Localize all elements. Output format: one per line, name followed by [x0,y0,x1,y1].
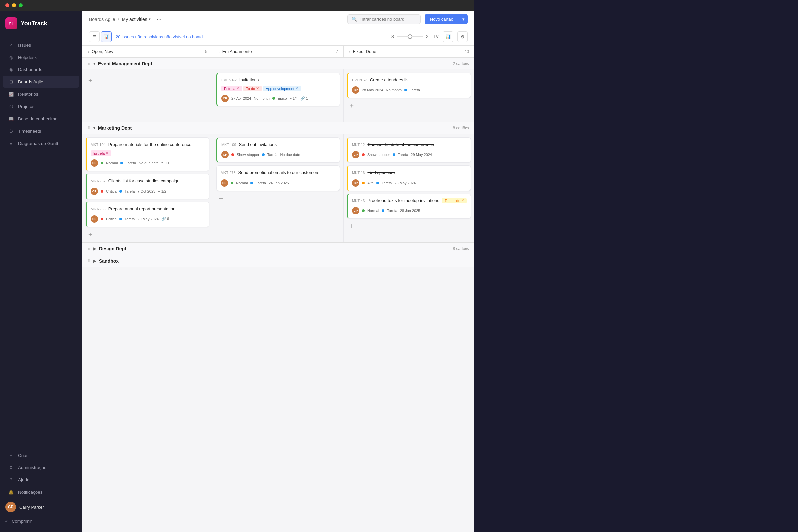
column-collapse-icon[interactable]: ‹ [349,50,350,54]
swimlane-title: Design Dept [99,246,126,251]
type-label: Tarefa [398,153,408,157]
tag-app-dev[interactable]: App development ✕ [263,86,301,92]
swimlane-expand-icon[interactable]: ▶ [93,259,96,263]
minimize-dot[interactable] [12,3,16,7]
chart-button[interactable]: 📊 [442,31,453,42]
sidebar-item-relatorios[interactable]: 📈 Relatórios [3,88,79,100]
breadcrumb-parent[interactable]: Boards Agile [89,17,115,22]
card-mkt-273[interactable]: MKT-273 Send promotional emails to our c… [216,165,340,191]
dropdown-chevron-icon[interactable]: ▾ [149,17,151,21]
card-title: Choose the date of the conference [367,141,434,148]
card-meta: CP 28 May 2024 No month Tarefa [352,87,467,94]
new-card-dropdown-button[interactable]: ▾ [458,14,468,24]
column-collapse-icon[interactable]: ‹ [218,50,220,54]
new-card-button[interactable]: Novo cartão [424,14,458,24]
collapse-label: Comprimir [12,519,32,524]
avatar: CP [5,502,16,512]
sidebar-item-timesheets[interactable]: ⏱ Timesheets [3,125,79,137]
tag-estrela[interactable]: Estrela ✕ [91,150,111,156]
sidebar-item-projetos[interactable]: ⬡ Projetos [3,100,79,112]
swimlane-marketing: ⠿ ▾ Marketing Dept 8 cartões [82,122,474,243]
card-event-3[interactable]: EVENT-3 Create attendees list CP 28 May … [347,73,471,98]
avatar: CP [222,95,229,102]
add-card-button[interactable]: ＋ [347,222,357,231]
swimlane-title: Marketing Dept [98,125,132,131]
card-mkt-12[interactable]: MKT-12 Choose the date of the conference… [347,137,471,163]
card-title: Send promotional emails to our customers [239,170,320,175]
sidebar-item-base[interactable]: 📖 Base de conhecime... [3,113,79,125]
close-dot[interactable] [5,3,9,7]
issues-count-link[interactable]: 20 issues não resolvidas não visível no … [116,34,203,39]
sidebar-item-boards-agile[interactable]: ⊞ Boards Agile [3,76,79,88]
avatar: CP [91,159,98,167]
priority-label: Show-stopper [237,153,259,157]
card-date: No due date [280,153,300,157]
sidebar-item-issues[interactable]: ✓ Issues [3,39,79,51]
sidebar-item-label: Issues [18,42,31,48]
swimlane-marketing-header[interactable]: ⠿ ▾ Marketing Dept 8 cartões [82,122,474,134]
add-card-button[interactable]: ＋ [86,75,95,85]
tag-estrela[interactable]: Estrela ✕ [222,86,242,92]
card-mkt-109[interactable]: MKT-109 Send out invitations CP Show-sto… [216,137,340,163]
type-dot [382,209,384,212]
avatar: CP [352,207,359,214]
type-dot [120,162,123,164]
priority-label: Show-stopper [367,153,390,157]
user-profile[interactable]: CP Carry Parker [0,498,82,516]
sidebar-item-gantt[interactable]: ≡ Diagramas de Gantt [3,137,79,149]
add-card-button[interactable]: ＋ [347,101,357,110]
scale-slider[interactable] [397,36,423,37]
tag-todo[interactable]: To do ✕ [243,86,262,92]
maximize-dot[interactable] [19,3,23,7]
swimlane-event-header[interactable]: ⠿ ▾ Event Management Dept 2 cartões [82,58,474,70]
card-attachments: 🔗 6 [161,217,169,221]
swimlane-event-mgmt: ⠿ ▾ Event Management Dept 2 cartões ＋ [82,58,474,122]
sidebar-item-admin[interactable]: ⚙ Administração [3,461,79,474]
type-label: Tarefa [125,217,135,221]
sidebar-item-dashboards[interactable]: ◉ Dashboards [3,63,79,75]
tag-to-decide[interactable]: To decide ✕ [442,198,467,204]
card-mkt-43[interactable]: MKT-43 Proofread texts for meetup invita… [347,193,471,219]
card-mkt-104[interactable]: MKT-104 Prepare materials for the online… [86,137,209,171]
card-month: No month [254,96,270,100]
tag-remove-icon: ✕ [256,87,259,91]
priority-dot [101,190,103,192]
board-container: ‹ Open, New 5 ‹ Em Andamento 7 ‹ Fixed, … [82,45,474,532]
window-menu-icon[interactable]: ⋮ [463,2,469,9]
swimlane-collapse-icon[interactable]: ▾ [93,126,95,130]
swimlane-sandbox-header[interactable]: ⠿ ▶ Sandbox [82,255,474,267]
add-card-button[interactable]: ＋ [216,109,226,118]
card-mkt-16[interactable]: MKT-16 Find sponsors CP Alta Tarefa [347,165,471,191]
collapse-icon: « [5,519,8,524]
settings-button[interactable]: ⚙ [457,31,468,42]
add-card-button[interactable]: ＋ [216,193,226,203]
card-mkt-263[interactable]: MKT-263 Prepare annual report presentati… [86,202,209,227]
search-input[interactable] [360,17,416,22]
swimlane-marketing-body: MKT-104 Prepare materials for the online… [82,134,474,242]
list-view-button[interactable]: ☰ [89,31,100,42]
card-mkt-257[interactable]: MKT-257 Clients list for case studies ca… [86,174,209,199]
swimlane-design: ⠿ ▶ Design Dept 8 cartões [82,243,474,255]
card-checklist: ≡ 1/2 [158,189,166,193]
sidebar-collapse-btn[interactable]: « Comprimir [0,516,82,527]
swimlane-expand-icon[interactable]: ▶ [93,246,96,251]
sidebar-item-label: Criar [18,453,27,458]
card-event-2[interactable]: EVENT-2 Invitations Estrela ✕ To do ✕ Ap… [216,73,340,107]
chart-view-button[interactable]: 📊 [101,31,112,42]
add-card-button[interactable]: ＋ [86,230,95,239]
more-options-button[interactable]: ··· [155,15,164,23]
column-count: 5 [205,49,208,54]
avatar: CP [352,179,359,187]
sidebar-item-criar[interactable]: ＋ Criar [3,449,79,461]
swimlane-title: Event Management Dept [98,61,152,66]
gantt-icon: ≡ [8,140,14,146]
column-fixed-done: ‹ Fixed, Done 10 [344,45,474,57]
card-month: No month [386,88,402,92]
swimlane-design-header[interactable]: ⠿ ▶ Design Dept 8 cartões [82,243,474,255]
sidebar-item-ajuda[interactable]: ? Ajuda [3,474,79,486]
swimlane-collapse-icon[interactable]: ▾ [93,61,95,66]
sidebar-item-notif[interactable]: 🔔 Notificações [3,486,79,498]
card-title: Create attendees list [370,77,410,83]
sidebar-item-helpdesk[interactable]: ◎ Helpdesk [3,51,79,63]
column-collapse-icon[interactable]: ‹ [88,50,89,54]
